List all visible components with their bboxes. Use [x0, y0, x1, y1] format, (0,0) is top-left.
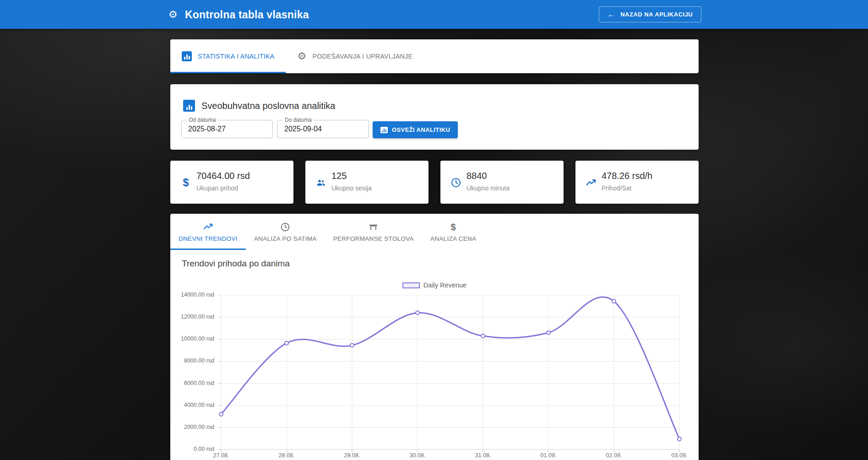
to-date-label: Do datuma: [282, 117, 314, 123]
bar-chart-icon: [380, 127, 388, 133]
stat-label: Ukupno minuta: [467, 184, 510, 192]
page-title: Kontrolna tabla vlasnika: [185, 8, 309, 21]
app-header: ⚙ Kontrolna tabla vlasnika ← NAZAD NA AP…: [0, 0, 868, 29]
x-axis-tick-label: 02.09.: [593, 452, 635, 459]
gear-icon: ⚙: [168, 10, 178, 20]
back-arrow-icon: ←: [608, 11, 616, 18]
back-to-app-label: NAZAD NA APLIKACIJU: [620, 11, 693, 18]
tab-daily-trends[interactable]: DNEVNI TRENDOVI: [170, 214, 246, 250]
tab-hourly-analysis-label: ANALIZA PO SATIMA: [254, 235, 317, 242]
gear-icon: ⚙: [297, 51, 306, 61]
y-axis-tick-label: 12000.00 rsd: [170, 314, 214, 320]
chart-legend[interactable]: Daily Revenue: [170, 280, 699, 290]
x-axis-tick-label: 30.08.: [397, 452, 438, 459]
tab-settings-label: PODEŠAVANJA I UPRAVLJANJE: [313, 53, 413, 60]
stat-card-sessions: 125 Ukupno sesija: [305, 161, 429, 204]
dollar-icon: $: [450, 222, 456, 232]
tab-price-analysis-label: ANALIZA CENA: [430, 235, 476, 242]
y-axis-tick-label: 6000.00 rsd: [170, 380, 214, 386]
tab-hourly-analysis[interactable]: ANALIZA PO SATIMA: [246, 214, 325, 250]
trending-up-icon: [586, 177, 597, 188]
x-axis-tick-label: 29.08.: [331, 452, 373, 459]
x-axis-tick-label: 31.08.: [462, 452, 504, 459]
legend-label: Daily Revenue: [423, 281, 467, 289]
tab-statistics-label: STATISTIKA I ANALITIKA: [198, 53, 274, 60]
stats-row: $ 70464.00 rsd Ukupan prihod 125 Ukupno …: [170, 161, 699, 204]
tab-daily-trends-label: DNEVNI TRENDOVI: [179, 235, 238, 242]
tab-settings-management[interactable]: ⚙ PODEŠAVANJA I UPRAVLJANJE: [286, 39, 424, 73]
from-date-label: Od datuma: [186, 117, 218, 123]
chart-title: Trendovi prihoda po danima: [182, 259, 290, 269]
stat-card-minutes: 8840 Ukupno minuta: [440, 161, 564, 204]
table-icon: [368, 222, 379, 232]
tab-statistics-analytics[interactable]: STATISTIKA I ANALITIKA: [170, 39, 286, 73]
dollar-icon: $: [180, 177, 191, 188]
stat-value: 8840: [467, 171, 487, 181]
stat-label: Ukupno sesija: [331, 184, 372, 192]
main-tabs-card: STATISTIKA I ANALITIKA ⚙ PODEŠAVANJA I U…: [170, 39, 699, 73]
y-axis-tick-label: 4000.00 rsd: [170, 402, 214, 408]
back-to-app-button[interactable]: ← NAZAD NA APLIKACIJU: [599, 6, 701, 22]
y-axis-tick-label: 14000.00 rsd: [170, 292, 214, 298]
tab-table-performance-label: PERFORMANSE STOLOVA: [333, 235, 414, 242]
clock-icon: [450, 177, 461, 188]
y-axis-tick-label: 2000.00 rsd: [170, 424, 214, 430]
legend-swatch: [402, 282, 420, 288]
bar-chart-icon: [183, 100, 195, 112]
daily-revenue-line-chart: [218, 295, 682, 455]
stat-value: 478.26 rsd/h: [602, 171, 652, 181]
tab-table-performance[interactable]: PERFORMANSE STOLOVA: [325, 214, 422, 250]
refresh-analytics-button[interactable]: OSVEŽI ANALITIKU: [373, 121, 458, 138]
people-icon: [315, 177, 326, 188]
stat-value: 125: [331, 171, 347, 181]
clock-icon: [280, 222, 290, 232]
analytics-panel: Sveobuhvatna poslovna analitika Od datum…: [170, 84, 699, 150]
analytics-panel-header: Sveobuhvatna poslovna analitika: [183, 100, 335, 112]
y-axis-tick-label: 8000.00 rsd: [170, 357, 214, 364]
main-tabs: STATISTIKA I ANALITIKA ⚙ PODEŠAVANJA I U…: [170, 39, 699, 73]
x-axis-tick-label: 27.08.: [201, 452, 242, 459]
x-axis-tick-label: 03.09.: [659, 452, 700, 459]
y-axis-tick-label: 0.00 rsd: [170, 446, 214, 452]
trending-up-icon: [203, 222, 213, 232]
x-axis-tick-label: 01.09.: [528, 452, 569, 459]
stat-card-revenue: $ 70464.00 rsd Ukupan prihod: [170, 161, 293, 204]
stat-value: 70464.00 rsd: [196, 171, 250, 181]
from-date-field: Od datuma: [181, 120, 273, 138]
y-axis-tick-label: 10000.00 rsd: [170, 336, 214, 342]
bar-chart-icon: [182, 51, 192, 61]
tab-price-analysis[interactable]: $ ANALIZA CENA: [422, 214, 484, 250]
stat-label: Prihod/Sat: [602, 184, 631, 192]
stat-label: Ukupan prihod: [196, 184, 238, 192]
x-axis-tick-label: 28.08.: [266, 452, 307, 459]
to-date-field: Do datuma: [277, 120, 369, 138]
chart-card: DNEVNI TRENDOVI ANALIZA PO SATIMA PERFOR…: [170, 214, 699, 460]
chart-tabs: DNEVNI TRENDOVI ANALIZA PO SATIMA PERFOR…: [170, 214, 699, 250]
refresh-analytics-label: OSVEŽI ANALITIKU: [392, 126, 450, 133]
analytics-heading: Sveobuhvatna poslovna analitika: [201, 101, 335, 111]
stat-card-revenue-per-hour: 478.26 rsd/h Prihod/Sat: [575, 161, 699, 204]
